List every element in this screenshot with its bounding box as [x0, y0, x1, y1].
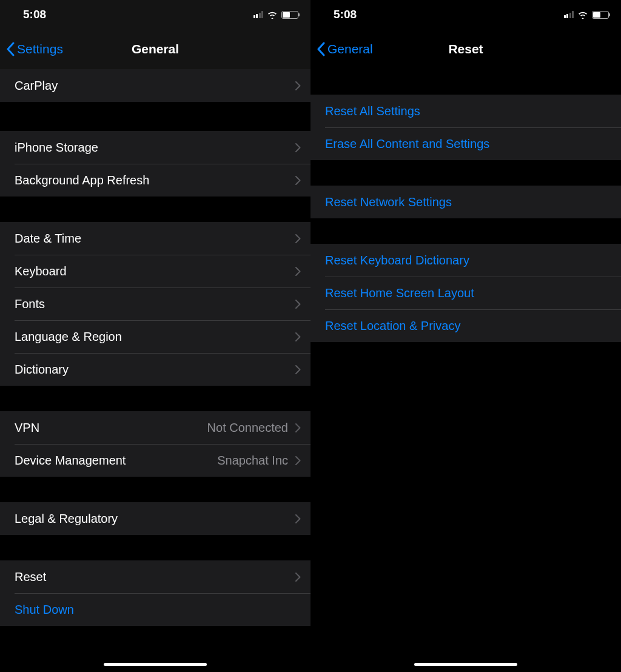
row-erase-all-content[interactable]: Erase All Content and Settings	[310, 127, 621, 160]
chevron-left-icon	[6, 42, 15, 56]
chevron-right-icon	[295, 176, 301, 185]
row-reset-location-privacy[interactable]: Reset Location & Privacy	[310, 309, 621, 342]
row-value: Snapchat Inc	[217, 454, 288, 468]
home-indicator[interactable]	[104, 663, 207, 666]
row-label: iPhone Storage	[15, 141, 295, 155]
row-label: Background App Refresh	[15, 173, 295, 187]
row-vpn[interactable]: VPN Not Connected	[0, 411, 310, 444]
row-label: VPN	[15, 421, 207, 435]
chevron-right-icon	[295, 423, 301, 432]
row-label: Language & Region	[15, 330, 295, 344]
row-reset-network-settings[interactable]: Reset Network Settings	[310, 186, 621, 218]
row-reset-all-settings[interactable]: Reset All Settings	[310, 95, 621, 127]
nav-bar: Settings General	[0, 29, 310, 69]
row-label: Reset Location & Privacy	[325, 319, 611, 333]
row-reset-keyboard-dictionary[interactable]: Reset Keyboard Dictionary	[310, 244, 621, 277]
chevron-right-icon	[295, 573, 301, 582]
row-language-region[interactable]: Language & Region	[0, 320, 310, 353]
chevron-right-icon	[295, 332, 301, 341]
row-label: Erase All Content and Settings	[325, 137, 611, 151]
row-dictionary[interactable]: Dictionary	[0, 353, 310, 386]
status-icons	[564, 10, 609, 19]
status-bar: 5:08	[0, 0, 310, 29]
chevron-right-icon	[295, 456, 301, 465]
row-fonts[interactable]: Fonts	[0, 287, 310, 320]
row-label: Keyboard	[15, 264, 295, 278]
status-bar: 5:08	[310, 0, 621, 29]
cellular-signal-icon	[253, 11, 264, 18]
row-label: Reset	[15, 570, 295, 584]
row-label: Shut Down	[15, 603, 301, 617]
back-label: Settings	[17, 42, 63, 56]
row-date-time[interactable]: Date & Time	[0, 222, 310, 255]
row-label: Reset Home Screen Layout	[325, 286, 611, 300]
status-time: 5:08	[23, 8, 46, 21]
back-button-general[interactable]: General	[317, 42, 373, 56]
row-label: Reset Network Settings	[325, 195, 611, 209]
nav-bar: General Reset	[310, 29, 621, 69]
chevron-right-icon	[295, 143, 301, 152]
row-label: Reset All Settings	[325, 104, 611, 118]
screen-general: 5:08 Settings General	[0, 0, 310, 672]
row-iphone-storage[interactable]: iPhone Storage	[0, 131, 310, 164]
wifi-icon	[577, 10, 588, 19]
row-label: Device Management	[15, 454, 217, 468]
battery-icon	[281, 11, 298, 19]
chevron-right-icon	[295, 267, 301, 276]
chevron-right-icon	[295, 234, 301, 243]
status-icons	[253, 10, 299, 19]
row-reset[interactable]: Reset	[0, 560, 310, 593]
page-title: General	[132, 42, 179, 56]
chevron-right-icon	[295, 81, 301, 90]
screen-reset: 5:08 General Reset	[310, 0, 621, 672]
row-legal-regulatory[interactable]: Legal & Regulatory	[0, 502, 310, 535]
wifi-icon	[267, 10, 278, 19]
row-device-management[interactable]: Device Management Snapchat Inc	[0, 444, 310, 477]
reset-content: Reset All Settings Erase All Content and…	[310, 69, 621, 672]
row-label: CarPlay	[15, 79, 295, 93]
page-title: Reset	[448, 42, 483, 56]
row-label: Fonts	[15, 297, 295, 311]
home-indicator[interactable]	[414, 663, 517, 666]
row-shut-down[interactable]: Shut Down	[0, 593, 310, 626]
row-label: Date & Time	[15, 232, 295, 246]
row-label: Reset Keyboard Dictionary	[325, 254, 611, 267]
chevron-left-icon	[317, 42, 325, 56]
status-time: 5:08	[334, 8, 357, 21]
row-value: Not Connected	[207, 421, 288, 435]
row-background-app-refresh[interactable]: Background App Refresh	[0, 164, 310, 197]
chevron-right-icon	[295, 365, 301, 374]
back-label: General	[327, 42, 373, 56]
battery-icon	[592, 11, 609, 19]
row-label: Legal & Regulatory	[15, 512, 295, 526]
chevron-right-icon	[295, 514, 301, 523]
chevron-right-icon	[295, 300, 301, 309]
back-button-settings[interactable]: Settings	[6, 42, 63, 56]
row-label: Dictionary	[15, 363, 295, 377]
general-content: CarPlay iPhone Storage Background App Re…	[0, 69, 310, 672]
cellular-signal-icon	[564, 11, 574, 18]
row-carplay[interactable]: CarPlay	[0, 69, 310, 102]
row-keyboard[interactable]: Keyboard	[0, 255, 310, 287]
row-reset-home-screen-layout[interactable]: Reset Home Screen Layout	[310, 277, 621, 309]
